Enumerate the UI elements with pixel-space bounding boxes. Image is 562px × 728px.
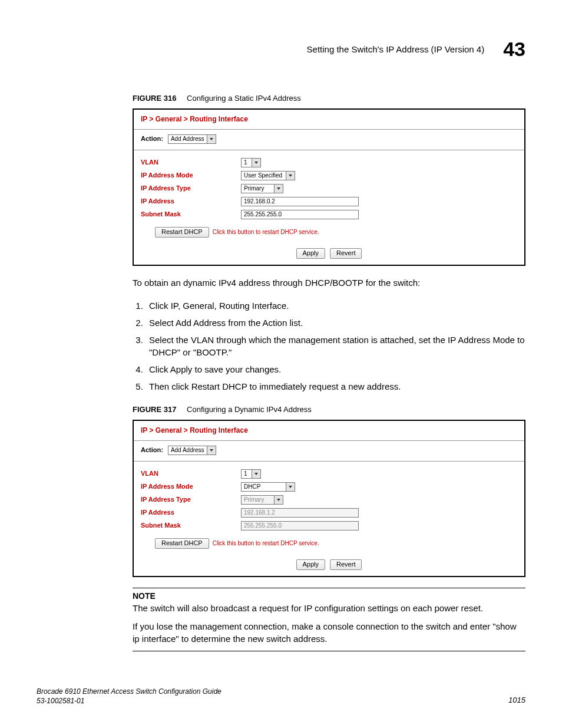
footer-doc-number: 53-1002581-01 — [37, 696, 222, 706]
chevron-down-icon — [252, 470, 260, 478]
ip-address-label: IP Address — [141, 508, 241, 517]
note-text-2: If you lose the management connection, m… — [133, 620, 525, 645]
action-label: Action: — [141, 134, 163, 143]
ip-mode-select[interactable]: User Specified — [241, 171, 295, 180]
action-label: Action: — [141, 446, 163, 454]
apply-button[interactable]: Apply — [296, 248, 326, 259]
intro-text: To obtain an dynamic IPv4 address throug… — [133, 276, 525, 289]
chevron-down-icon — [207, 446, 216, 454]
list-item: Select Add Address from the Action list. — [146, 314, 525, 331]
footer-page-number: 1015 — [508, 695, 525, 706]
steps-list: Click IP, General, Routing Interface. Se… — [133, 297, 525, 395]
figure-316-panel: IP > General > Routing Interface Action:… — [133, 108, 525, 266]
note-block: NOTE The switch will also broadcast a re… — [133, 588, 525, 652]
chevron-down-icon — [252, 159, 260, 167]
ip-type-label: IP Address Type — [141, 184, 241, 193]
figure-317-caption: FIGURE 317 Configuring a Dynamic IPv4 Ad… — [133, 404, 525, 415]
ip-type-select: Primary — [241, 495, 283, 505]
chevron-down-icon — [286, 172, 295, 180]
restart-dhcp-note: Click this button to restart DHCP servic… — [213, 539, 319, 548]
footer-guide-title: Brocade 6910 Ethernet Access Switch Conf… — [37, 687, 222, 696]
chevron-down-icon — [274, 496, 283, 504]
list-item: Click Apply to save your changes. — [146, 361, 525, 378]
revert-button[interactable]: Revert — [330, 559, 362, 570]
chevron-down-icon — [207, 135, 216, 143]
list-item: Click IP, General, Routing Interface. — [146, 297, 525, 314]
ip-type-label: IP Address Type — [141, 495, 241, 504]
ip-address-input: 192.168.1.2 — [241, 508, 359, 518]
apply-button[interactable]: Apply — [296, 559, 326, 570]
list-item: Then click Restart DHCP to immediately r… — [146, 378, 525, 395]
figure-316-title: Configuring a Static IPv4 Address — [187, 94, 301, 103]
subnet-mask-label: Subnet Mask — [141, 521, 241, 530]
note-text-1: The switch will also broadcast a request… — [133, 602, 525, 614]
breadcrumb: IP > General > Routing Interface — [134, 421, 524, 440]
vlan-select[interactable]: 1 — [241, 469, 261, 479]
list-item: Select the VLAN through which the manage… — [146, 331, 525, 361]
restart-dhcp-note: Click this button to restart DHCP servic… — [213, 228, 319, 236]
action-select[interactable]: Add Address — [168, 446, 216, 455]
ip-address-input[interactable]: 192.168.0.2 — [241, 197, 359, 206]
breadcrumb: IP > General > Routing Interface — [134, 110, 524, 129]
ip-mode-label: IP Address Mode — [141, 482, 241, 491]
figure-317-title: Configuring a Dynamic IPv4 Address — [187, 405, 312, 414]
ip-mode-select[interactable]: DHCP — [241, 482, 295, 492]
restart-dhcp-button[interactable]: Restart DHCP — [155, 227, 209, 238]
vlan-select[interactable]: 1 — [241, 158, 261, 167]
revert-button[interactable]: Revert — [330, 248, 362, 259]
figure-317-panel: IP > General > Routing Interface Action:… — [133, 420, 525, 577]
note-heading: NOTE — [133, 591, 525, 602]
ip-type-select[interactable]: Primary — [241, 184, 283, 193]
chapter-number: 43 — [503, 35, 525, 64]
chevron-down-icon — [274, 185, 283, 193]
subnet-mask-input[interactable]: 255.255.255.0 — [241, 210, 359, 219]
figure-316-caption: FIGURE 316 Configuring a Static IPv4 Add… — [133, 93, 525, 104]
ip-mode-label: IP Address Mode — [141, 171, 241, 180]
action-select[interactable]: Add Address — [168, 134, 216, 144]
subnet-mask-input: 255.255.255.0 — [241, 521, 359, 531]
figure-317-label: FIGURE 317 — [133, 405, 176, 414]
page-header-title: Setting the Switch's IP Address (IP Vers… — [307, 43, 485, 55]
ip-address-label: IP Address — [141, 197, 241, 206]
vlan-label: VLAN — [141, 158, 241, 167]
restart-dhcp-button[interactable]: Restart DHCP — [155, 538, 209, 549]
vlan-label: VLAN — [141, 469, 241, 478]
chevron-down-icon — [286, 483, 295, 491]
subnet-mask-label: Subnet Mask — [141, 210, 241, 219]
figure-316-label: FIGURE 316 — [133, 94, 176, 103]
